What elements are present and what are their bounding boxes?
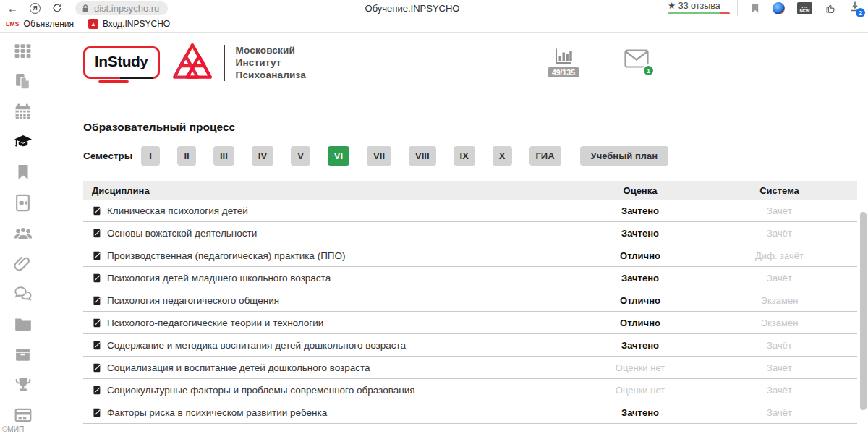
grade-cell: Зачтено xyxy=(579,407,702,418)
discipline-name: Психолого-педагогические теории и технол… xyxy=(107,318,323,328)
calendar-icon xyxy=(14,103,32,121)
system-cell: Зачёт xyxy=(702,407,857,418)
grade-cell: Зачтено xyxy=(579,205,702,216)
book-icon xyxy=(92,273,101,283)
sidebar-item-calendar[interactable] xyxy=(14,102,33,121)
browser-chrome: ← Я dist.inpsycho.ru Обучение.INPSYCHO ★… xyxy=(0,0,868,16)
table-row[interactable]: Социокультурные факторы и проблемы совре… xyxy=(83,379,857,401)
discipline-name: Психология педагогического общения xyxy=(107,295,279,306)
book-icon xyxy=(92,408,101,417)
address-bar[interactable]: dist.inpsycho.ru xyxy=(75,1,168,15)
system-cell: Зачёт xyxy=(702,340,857,351)
mail-button[interactable]: 1 xyxy=(624,49,649,71)
instudy-logo-text: InStudy xyxy=(95,53,148,69)
table-row[interactable]: Психология детей младшего школьного возр… xyxy=(83,267,857,289)
sidebar-item-bookmarks[interactable] xyxy=(14,163,33,182)
semester-button-I[interactable]: I xyxy=(141,146,160,166)
semester-button-VI[interactable]: VI xyxy=(328,146,349,166)
table-row[interactable]: Основы вожатской деятельностиЗачтеноЗачё… xyxy=(83,222,857,244)
system-cell: Диф. зачёт xyxy=(702,250,857,261)
discipline-cell: Социализация и воспитание детей дошкольн… xyxy=(83,362,579,373)
content-area: InStudy Московский Институт Психоанализа… xyxy=(46,33,868,434)
bookmark-login[interactable]: ▲ Вход.INPSYCHO xyxy=(88,19,170,29)
table-row[interactable]: Содержание и методика воспитания детей д… xyxy=(83,334,857,357)
page-title: Образовательный процесс xyxy=(83,121,857,134)
sidebar-item-documents[interactable] xyxy=(14,72,33,90)
discipline-cell: Психология педагогического общения xyxy=(83,295,579,306)
mip-triangle-logo-icon xyxy=(170,42,215,84)
semester-button-VII[interactable]: VII xyxy=(367,146,391,166)
copyright: ©МИП xyxy=(2,425,24,433)
table-row[interactable]: Клиническая психология детейЗачтеноЗачёт xyxy=(83,200,857,222)
header-divider xyxy=(224,45,225,81)
sidebar-item-folders[interactable] xyxy=(14,315,33,333)
table-row[interactable]: Производственная (педагогическая) практи… xyxy=(83,244,857,267)
instudy-logo-stand xyxy=(98,80,129,83)
sidebar-item-attachments[interactable] xyxy=(14,254,33,273)
refresh-button[interactable] xyxy=(52,3,62,13)
bookmark-flag-icon[interactable] xyxy=(750,3,760,14)
book-icon xyxy=(92,296,101,305)
semester-button-ГИА[interactable]: ГИА xyxy=(529,146,561,166)
semester-button-IV[interactable]: IV xyxy=(252,146,273,166)
discipline-name: Факторы риска в психическом развитии реб… xyxy=(107,407,327,418)
discipline-cell: Клиническая психология детей xyxy=(83,205,579,216)
book-icon xyxy=(92,363,101,373)
back-button[interactable]: ← xyxy=(7,3,18,14)
discipline-cell: Основы вожатской деятельности xyxy=(83,228,579,239)
url-text: dist.inpsycho.ru xyxy=(94,3,159,14)
institute-name: Московский Институт Психоанализа xyxy=(236,44,306,82)
semester-button-Учебный план[interactable]: Учебный план xyxy=(580,146,668,166)
bookmark-announcements[interactable]: LMS Объявления xyxy=(6,19,74,29)
discipline-cell: Содержание и методика воспитания детей д… xyxy=(83,340,579,351)
sidebar-item-archive[interactable] xyxy=(14,345,33,364)
sidebar-item-community[interactable] xyxy=(14,224,33,242)
reviews-rating[interactable]: ★ 33 отзыва xyxy=(660,0,738,16)
table-row[interactable]: Психология педагогического общенияОтличн… xyxy=(83,289,857,312)
progress-badge: 49/135 xyxy=(548,67,579,77)
yandex-home-button[interactable]: Я xyxy=(30,3,41,14)
table-row[interactable]: Факторы риска в психическом развитии реб… xyxy=(83,401,857,424)
system-cell: Зачёт xyxy=(702,228,857,239)
sidebar-item-education[interactable] xyxy=(14,132,33,151)
extension-icon[interactable] xyxy=(773,2,785,14)
table-row[interactable]: Социализация и воспитание детей дошкольн… xyxy=(83,357,857,379)
sidebar-item-payments[interactable] xyxy=(14,406,33,425)
mip-mini-logo-icon: ▲ xyxy=(88,19,98,29)
semester-button-X[interactable]: X xyxy=(493,146,512,166)
table-header: Дисциплина Оценка Система xyxy=(83,181,857,200)
grade-cell: Зачтено xyxy=(579,228,702,239)
semester-button-V[interactable]: V xyxy=(291,146,310,166)
folder-icon xyxy=(14,315,33,333)
instudy-logo[interactable]: InStudy xyxy=(83,46,160,79)
archive-box-icon xyxy=(14,346,32,364)
sidebar-item-video-materials[interactable] xyxy=(14,193,33,212)
semesters-label: Семестры xyxy=(83,150,140,161)
book-icon xyxy=(92,318,101,328)
grade-cell: Отлично xyxy=(579,250,702,261)
column-system: Система xyxy=(702,185,857,196)
discipline-cell: Производственная (педагогическая) практи… xyxy=(83,250,579,261)
system-cell: Экзамен xyxy=(702,295,857,306)
reaction-hand-icon[interactable] xyxy=(825,2,837,14)
semester-button-IX[interactable]: IX xyxy=(454,146,475,166)
scrollbar-thumb[interactable] xyxy=(860,212,867,410)
downloads-button[interactable]: 2 xyxy=(849,1,861,15)
new-extension-icon[interactable]: ▪▪▪NEW xyxy=(797,2,812,14)
sidebar-item-achievements[interactable] xyxy=(14,375,33,394)
disciplines-table: Дисциплина Оценка Система Клиническая пс… xyxy=(83,181,857,424)
discipline-name: Производственная (педагогическая) практи… xyxy=(107,250,346,261)
sidebar-item-apps-grid[interactable] xyxy=(14,41,33,60)
semester-button-II[interactable]: II xyxy=(177,146,196,166)
yandex-icon: Я xyxy=(30,3,41,14)
sidebar-item-messages[interactable] xyxy=(14,284,33,303)
system-cell: Экзамен xyxy=(702,318,857,328)
reviews-label: 33 отзыва xyxy=(678,1,720,11)
sidebar: ©МИП xyxy=(0,33,46,434)
semester-button-VIII[interactable]: VIII xyxy=(409,146,436,166)
semester-button-III[interactable]: III xyxy=(213,146,234,166)
progress-stats-button[interactable]: 49/135 xyxy=(548,48,579,77)
table-row[interactable]: Психолого-педагогические теории и технол… xyxy=(83,312,857,334)
book-icon xyxy=(92,341,101,350)
grade-cell: Оценки нет xyxy=(579,362,702,373)
